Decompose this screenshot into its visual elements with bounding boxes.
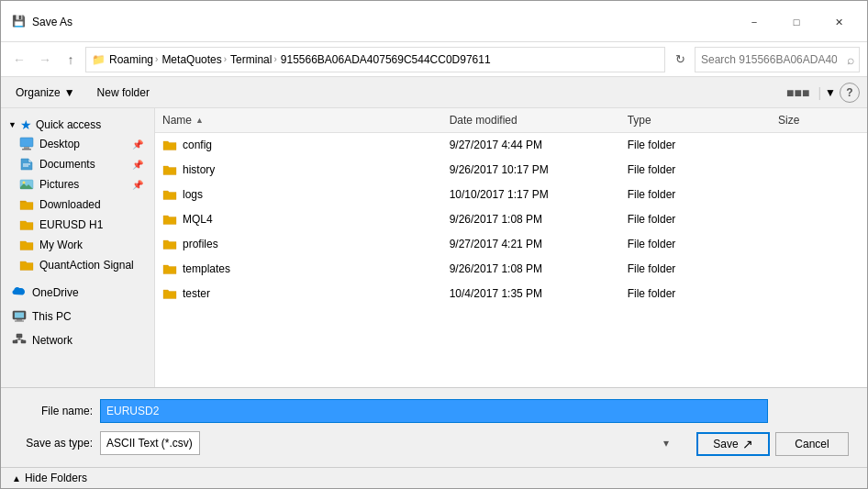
my-work-folder-icon (19, 238, 34, 252)
view-separator: | (818, 85, 821, 100)
file-cell-type: File folder (620, 137, 771, 153)
sidebar-item-quantaction-label: QuantAction Signal (39, 259, 134, 272)
file-cell-name: config (155, 136, 442, 154)
col-header-name[interactable]: Name ▲ (155, 112, 442, 128)
file-cell-name: logs (155, 185, 442, 204)
title-controls: − □ ✕ (733, 8, 860, 36)
sort-arrow-icon: ▲ (195, 116, 204, 125)
file-cell-type: File folder (620, 261, 771, 277)
sidebar-item-desktop[interactable]: Desktop 📌 (1, 134, 154, 154)
file-rows-container: config 9/27/2017 4:44 PM File folder his… (155, 133, 867, 306)
new-folder-button[interactable]: New folder (90, 83, 157, 103)
sidebar-item-desktop-label: Desktop (39, 138, 80, 150)
file-cell-name: history (155, 161, 442, 179)
path-segment-metaquotes: MetaQuotes › (161, 53, 227, 66)
downloaded-folder-icon (19, 197, 34, 212)
sidebar-item-pictures-label: Pictures (39, 178, 79, 191)
table-row[interactable]: config 9/27/2017 4:44 PM File folder (155, 133, 867, 158)
sidebar-item-thispc[interactable]: This PC (1, 306, 154, 327)
up-button[interactable]: ↑ (60, 49, 82, 71)
col-header-size[interactable]: Size (771, 112, 867, 128)
maximize-button[interactable]: □ (775, 8, 818, 36)
savetype-select[interactable]: ASCII Text (*.csv) (100, 431, 200, 455)
window-icon: 💾 (12, 15, 27, 29)
file-cell-name: profiles (155, 235, 442, 253)
pictures-icon (19, 177, 34, 192)
folder-icon (162, 212, 177, 227)
address-path[interactable]: 📁 Roaming › MetaQuotes › Terminal › 9155… (85, 47, 665, 72)
sidebar-item-my-work[interactable]: My Work (1, 235, 154, 255)
hide-folders-link[interactable]: ▲ Hide Folders (12, 472, 87, 484)
action-buttons: Save ↗ Cancel (684, 432, 849, 456)
svg-rect-0 (20, 138, 33, 147)
table-row[interactable]: templates 9/26/2017 1:08 PM File folder (155, 257, 867, 282)
filename-input[interactable] (100, 399, 768, 423)
file-cell-type: File folder (620, 211, 771, 228)
close-button[interactable]: ✕ (818, 8, 860, 36)
sidebar-item-quantaction[interactable]: QuantAction Signal (1, 255, 154, 275)
sidebar-item-pictures[interactable]: Pictures 📌 (1, 174, 154, 194)
savetype-label: Save as type: (19, 437, 93, 450)
network-icon (12, 333, 27, 348)
cancel-button[interactable]: Cancel (775, 432, 849, 456)
svg-rect-11 (17, 334, 22, 338)
organize-button[interactable]: Organize ▼ (8, 83, 83, 103)
folder-icon (162, 261, 177, 276)
sidebar-item-my-work-label: My Work (39, 239, 83, 251)
svg-rect-8 (15, 313, 24, 318)
sidebar-item-network[interactable]: Network (1, 330, 154, 350)
save-button[interactable]: Save ↗ (696, 432, 770, 456)
file-cell-date: 9/26/2017 10:17 PM (442, 161, 620, 178)
documents-icon (19, 157, 34, 172)
file-cell-size (771, 242, 867, 246)
quick-access-header[interactable]: ▼ ★ Quick access (1, 112, 154, 134)
sidebar-item-documents-label: Documents (39, 158, 95, 171)
refresh-button[interactable]: ↻ (669, 49, 691, 71)
quick-access-label: Quick access (36, 118, 101, 131)
col-header-date[interactable]: Date modified (442, 112, 620, 128)
minimize-button[interactable]: − (733, 8, 775, 36)
svg-rect-13 (21, 340, 26, 343)
filename-label: File name: (19, 405, 93, 417)
back-button[interactable]: ← (8, 49, 30, 71)
savetype-select-wrapper: ASCII Text (*.csv) (100, 431, 676, 455)
sidebar-item-onedrive[interactable]: OneDrive (1, 283, 154, 303)
search-wrapper (695, 47, 860, 72)
file-cell-type: File folder (620, 161, 771, 178)
file-cell-type: File folder (620, 186, 771, 203)
path-segment-roaming: Roaming › (109, 53, 158, 66)
sidebar-item-downloaded[interactable]: Downloaded (1, 194, 154, 215)
table-row[interactable]: tester 10/4/2017 1:35 PM File folder (155, 282, 867, 306)
sidebar-item-network-label: Network (32, 334, 72, 347)
table-row[interactable]: logs 10/10/2017 1:17 PM File folder (155, 183, 867, 207)
table-row[interactable]: profiles 9/27/2017 4:21 PM File folder (155, 232, 867, 257)
onedrive-icon (12, 285, 27, 300)
search-input[interactable] (695, 47, 860, 72)
eurusd-h1-folder-icon (19, 217, 34, 232)
chevron-down-icon[interactable]: ▼ (825, 86, 836, 99)
thispc-icon (12, 309, 27, 324)
quantaction-folder-icon (19, 258, 34, 272)
file-cell-size (771, 168, 867, 172)
svg-rect-10 (15, 321, 24, 322)
hide-folders-bar: ▲ Hide Folders (1, 467, 867, 488)
sidebar-item-eurusd-h1[interactable]: EURUSD H1 (1, 215, 154, 235)
title-bar: 💾 Save As − □ ✕ (1, 1, 867, 42)
file-cell-type: File folder (620, 285, 771, 302)
folder-icon (162, 237, 177, 251)
view-button[interactable]: ■■■ (782, 83, 814, 103)
table-row[interactable]: history 9/26/2017 10:17 PM File folder (155, 158, 867, 183)
file-cell-size (771, 217, 867, 221)
col-header-type[interactable]: Type (620, 112, 771, 128)
save-cursor-icon: ↗ (742, 437, 753, 451)
forward-button[interactable]: → (34, 49, 56, 71)
file-cell-name: tester (155, 284, 442, 303)
toolbar-right: ■■■ | ▼ ? (782, 83, 860, 103)
path-segment-terminal: Terminal › (230, 53, 277, 66)
file-cell-name: templates (155, 260, 442, 278)
table-row[interactable]: MQL4 9/26/2017 1:08 PM File folder (155, 207, 867, 232)
help-button[interactable]: ? (840, 83, 860, 103)
file-list-header: Name ▲ Date modified Type Size (155, 108, 867, 133)
path-folder-icon: 📁 (92, 53, 106, 66)
sidebar-item-documents[interactable]: Documents 📌 (1, 154, 154, 174)
